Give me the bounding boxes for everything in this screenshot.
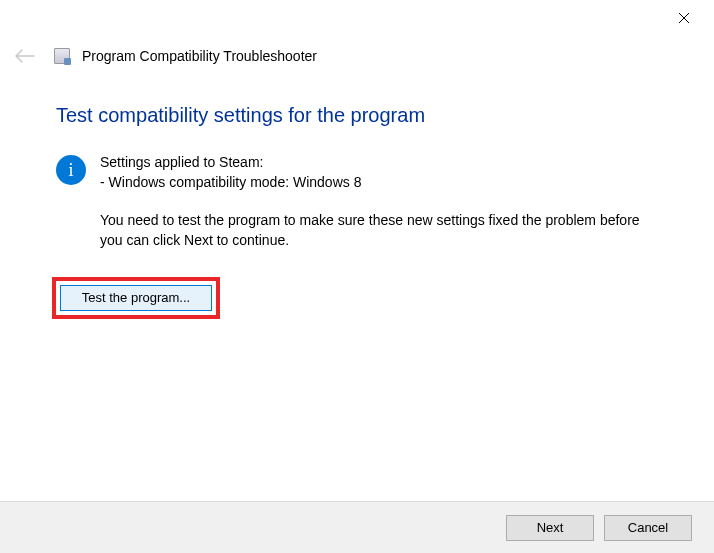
back-arrow-icon [15,49,35,63]
wizard-header: Program Compatibility Troubleshooter [0,36,714,76]
compat-mode-label: - Windows compatibility mode: Windows 8 [100,173,361,193]
close-button[interactable] [672,6,696,30]
highlight-annotation: Test the program... [52,277,220,319]
troubleshooter-icon [54,48,70,64]
next-button[interactable]: Next [506,515,594,541]
info-block: i Settings applied to Steam: - Windows c… [56,153,658,192]
page-title: Test compatibility settings for the prog… [56,104,658,127]
wizard-title: Program Compatibility Troubleshooter [82,48,317,64]
titlebar [0,0,714,36]
info-text: Settings applied to Steam: - Windows com… [100,153,361,192]
cancel-button[interactable]: Cancel [604,515,692,541]
instruction-text: You need to test the program to make sur… [100,210,658,251]
settings-applied-label: Settings applied to Steam: [100,153,361,173]
content-area: Test compatibility settings for the prog… [0,76,714,319]
back-button [14,45,36,67]
test-program-button[interactable]: Test the program... [60,285,212,311]
close-icon [678,12,690,24]
info-icon: i [56,155,86,185]
wizard-footer: Next Cancel [0,501,714,553]
